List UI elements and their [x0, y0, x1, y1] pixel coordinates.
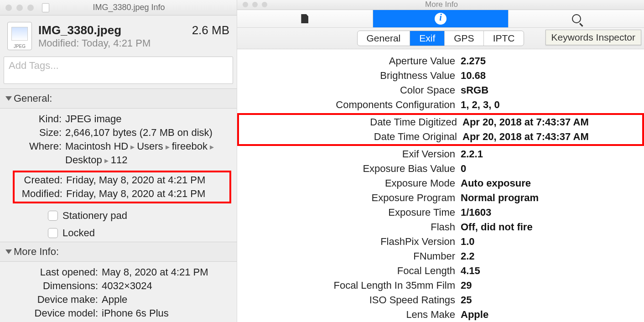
info-window-title: IMG_3380.jpeg Info	[26, 3, 231, 12]
search-icon	[572, 14, 581, 23]
where-value: Macintosh HDUsersfireebok	[65, 140, 214, 152]
disclosure-triangle-icon[interactable]	[5, 96, 12, 101]
moreinfo-section-header[interactable]: More Info:	[0, 242, 237, 262]
file-thumbnail: JPEG	[7, 22, 32, 50]
dates-highlight: Created:Friday, May 8, 2020 at 4:21 PM M…	[13, 171, 231, 203]
inspector-window-title: More Info	[244, 0, 639, 9]
close-icon[interactable]	[5, 5, 12, 11]
info-titlebar[interactable]: IMG_3380.jpeg Info	[0, 0, 237, 16]
info-icon	[435, 13, 447, 25]
modified-subtitle: Modified: Today, 4:21 PM	[38, 37, 229, 49]
keywords-inspector-tooltip: Keywords Inspector	[545, 30, 641, 45]
tags-input[interactable]: Add Tags...	[4, 57, 233, 84]
where-label: Where:	[0, 140, 62, 152]
last-opened-label: Last opened:	[0, 266, 98, 278]
modified-value: Friday, May 8, 2020 at 4:21 PM	[66, 188, 205, 200]
kind-value: JPEG image	[65, 113, 122, 125]
file-name: IMG_3380.jpeg	[38, 23, 121, 37]
dimensions-value: 4032×3024	[102, 280, 152, 292]
tab-gps[interactable]: GPS	[445, 31, 483, 46]
general-section-header[interactable]: General:	[0, 88, 237, 109]
size-label: Size:	[0, 127, 62, 139]
device-make-value: Apple	[102, 294, 127, 306]
info-window: IMG_3380.jpeg Info JPEG IMG_3380.jpeg 2.…	[0, 0, 237, 322]
device-model-value: iPhone 6s Plus	[102, 307, 169, 319]
inspector-window: More Info General Exif GPS IPTC Keywords…	[237, 0, 644, 322]
file-size: 2.6 MB	[192, 23, 229, 37]
modified-label: Modified:	[1, 188, 62, 200]
exif-list: Aperture Value2.275 Brightness Value10.6…	[237, 49, 644, 322]
dimensions-label: Dimensions:	[0, 280, 98, 292]
size-value: 2,646,107 bytes (2.7 MB on disk)	[65, 127, 213, 139]
device-model-label: Device model:	[0, 307, 98, 319]
metadata-tabs: General Exif GPS IPTC Keywords Inspector	[237, 28, 644, 49]
toolbar-file-tab[interactable]	[237, 10, 373, 27]
tab-exif[interactable]: Exif	[410, 31, 445, 46]
toolbar-info-tab[interactable]	[373, 10, 509, 27]
kind-label: Kind:	[0, 113, 62, 125]
minimize-icon[interactable]	[16, 5, 23, 11]
inspector-toolbar	[237, 10, 644, 28]
stationery-pad-checkbox[interactable]: Stationery pad	[0, 207, 237, 224]
toolbar-search-tab[interactable]	[509, 10, 644, 27]
created-value: Friday, May 8, 2020 at 4:21 PM	[66, 174, 205, 186]
created-label: Created:	[1, 174, 62, 186]
tab-general[interactable]: General	[358, 31, 410, 46]
disclosure-triangle-icon[interactable]	[5, 249, 12, 254]
device-make-label: Device make:	[0, 294, 98, 306]
file-icon	[301, 14, 308, 23]
inspector-titlebar[interactable]: More Info	[237, 0, 644, 10]
document-icon	[42, 3, 49, 12]
tab-iptc[interactable]: IPTC	[484, 31, 524, 46]
locked-checkbox[interactable]: Locked	[0, 224, 237, 242]
exif-dates-highlight: Date Time DigitizedApr 20, 2018 at 7:43:…	[237, 113, 644, 146]
last-opened-value: May 8, 2020 at 4:21 PM	[102, 266, 208, 278]
